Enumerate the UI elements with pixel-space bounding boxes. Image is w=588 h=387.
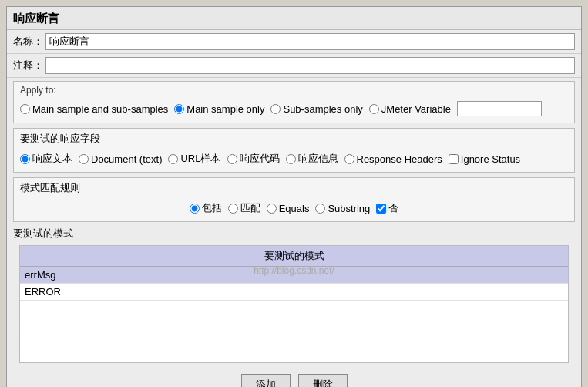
apply-main-option[interactable]: Main sample only xyxy=(174,103,264,115)
table-row[interactable]: errMsg xyxy=(20,267,568,284)
apply-sub-option[interactable]: Sub-samples only xyxy=(270,103,362,115)
apply-main-radio[interactable] xyxy=(174,104,184,114)
pr-equals-radio[interactable] xyxy=(267,204,277,214)
tf-headers-label: Response Headers xyxy=(357,153,442,165)
pattern-rules-label: 模式匹配规则 xyxy=(20,181,568,195)
apply-jmeter-radio[interactable] xyxy=(369,104,379,114)
tf-url-option[interactable]: URL样本 xyxy=(168,152,220,166)
negate-checkbox[interactable] xyxy=(376,204,386,214)
main-panel: 响应断言 名称： 注释： Apply to: Main sample and s… xyxy=(6,6,582,387)
tf-doc-label: Document (text) xyxy=(91,153,162,165)
jmeter-variable-input[interactable] xyxy=(457,101,542,116)
tf-url-radio[interactable] xyxy=(168,154,178,164)
pr-substring-label: Substring xyxy=(328,203,370,214)
ignore-status-option[interactable]: Ignore Status xyxy=(449,153,520,165)
pr-match-radio[interactable] xyxy=(228,204,238,214)
comment-input[interactable] xyxy=(45,57,575,74)
test-patterns-container: 要测试的模式 http://blog.csdn.net/ 要测试的模式 errM… xyxy=(13,227,575,363)
tf-msg-radio[interactable] xyxy=(286,154,296,164)
pr-equals-option[interactable]: Equals xyxy=(267,203,310,214)
apply-jmeter-option[interactable]: JMeter Variable xyxy=(369,103,451,115)
comment-label: 注释： xyxy=(13,59,45,72)
name-label: 名称： xyxy=(13,35,45,49)
pr-substring-option[interactable]: Substring xyxy=(315,203,370,214)
table-header: 要测试的模式 xyxy=(20,246,568,267)
apply-to-label: Apply to: xyxy=(20,85,568,96)
row-value-0: errMsg xyxy=(25,269,55,281)
tf-doc-radio[interactable] xyxy=(79,154,89,164)
table-row[interactable] xyxy=(20,301,568,331)
tf-headers-radio[interactable] xyxy=(344,154,354,164)
pr-contains-radio[interactable] xyxy=(190,204,200,214)
add-button[interactable]: 添加 xyxy=(241,374,291,387)
tf-text-radio[interactable] xyxy=(20,154,30,164)
comment-row: 注释： xyxy=(7,54,581,78)
button-row: 添加 删除 xyxy=(7,368,581,387)
apply-main-label: Main sample only xyxy=(186,103,264,115)
row-value-1: ERROR xyxy=(25,286,61,298)
table-row[interactable]: ERROR xyxy=(20,284,568,301)
test-fields-section: 要测试的响应字段 响应文本 Document (text) URL样本 响应代码… xyxy=(13,128,575,173)
test-fields-options: 响应文本 Document (text) URL样本 响应代码 响应信息 Res… xyxy=(20,149,568,169)
test-fields-label: 要测试的响应字段 xyxy=(20,132,568,146)
panel-title: 响应断言 xyxy=(7,7,581,30)
tf-code-label: 响应代码 xyxy=(240,152,280,166)
ignore-status-label: Ignore Status xyxy=(461,153,520,165)
apply-sub-label: Sub-samples only xyxy=(283,103,362,115)
pr-match-option[interactable]: 匹配 xyxy=(228,201,260,215)
pattern-rules-options: 包括 匹配 Equals Substring 否 xyxy=(20,198,568,218)
apply-main-sub-radio[interactable] xyxy=(20,104,30,114)
test-patterns-table: 要测试的模式 errMsg ERROR xyxy=(19,245,569,363)
tf-headers-option[interactable]: Response Headers xyxy=(344,153,442,165)
tf-url-label: URL样本 xyxy=(180,152,220,166)
pr-contains-label: 包括 xyxy=(202,201,222,215)
tf-code-radio[interactable] xyxy=(227,154,237,164)
pr-substring-radio[interactable] xyxy=(315,204,325,214)
table-body: errMsg ERROR xyxy=(20,267,568,362)
pattern-rules-section: 模式匹配规则 包括 匹配 Equals Substring 否 xyxy=(13,177,575,222)
apply-to-options: Main sample and sub-samples Main sample … xyxy=(20,98,568,119)
tf-msg-label: 响应信息 xyxy=(298,152,338,166)
pr-match-label: 匹配 xyxy=(240,201,260,215)
apply-jmeter-label: JMeter Variable xyxy=(381,103,451,115)
delete-button[interactable]: 删除 xyxy=(298,374,348,387)
apply-to-section: Apply to: Main sample and sub-samples Ma… xyxy=(13,81,575,123)
pr-contains-option[interactable]: 包括 xyxy=(190,201,222,215)
negate-option[interactable]: 否 xyxy=(376,201,398,215)
pr-equals-label: Equals xyxy=(279,203,310,214)
negate-label: 否 xyxy=(388,201,398,215)
name-input[interactable] xyxy=(45,33,575,50)
apply-main-sub-option[interactable]: Main sample and sub-samples xyxy=(20,103,168,115)
test-patterns-section-label: 要测试的模式 xyxy=(13,227,575,241)
table-row[interactable] xyxy=(20,331,568,362)
apply-main-sub-label: Main sample and sub-samples xyxy=(32,103,168,115)
tf-doc-option[interactable]: Document (text) xyxy=(79,153,162,165)
tf-code-option[interactable]: 响应代码 xyxy=(227,152,280,166)
apply-sub-radio[interactable] xyxy=(270,104,281,114)
tf-text-label: 响应文本 xyxy=(32,152,72,166)
tf-text-option[interactable]: 响应文本 xyxy=(20,152,72,166)
tf-msg-option[interactable]: 响应信息 xyxy=(286,152,338,166)
ignore-status-checkbox[interactable] xyxy=(449,154,459,164)
name-row: 名称： xyxy=(7,30,581,54)
